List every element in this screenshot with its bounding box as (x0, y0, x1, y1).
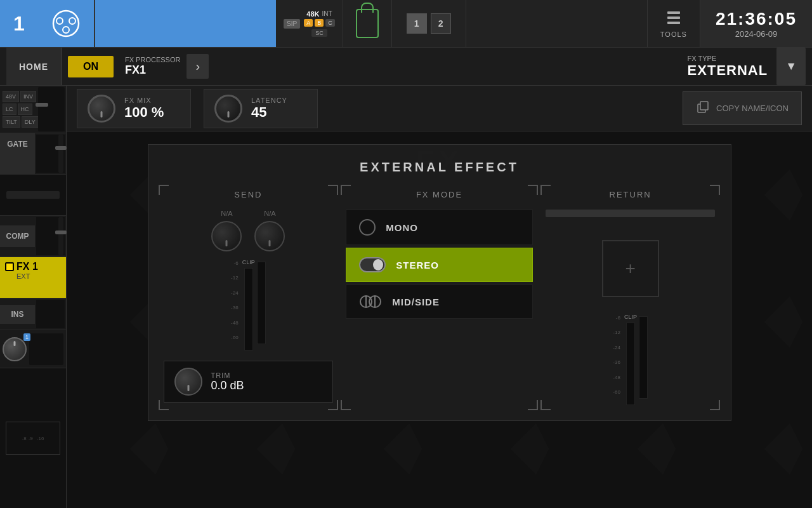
hc-button[interactable]: HC (18, 104, 32, 115)
mode-midside-option[interactable]: MID/SIDE (346, 284, 533, 319)
copy-name-label: COPY NAME/ICON (716, 104, 789, 113)
send-header: SEND (164, 190, 334, 199)
channel-number: 1 (0, 0, 38, 47)
return-header: RETURN (610, 190, 652, 199)
sip-int: INT (322, 10, 332, 18)
trim-knob[interactable] (174, 368, 202, 396)
external-effect-panel: EXTERNAL EFFECT SEND N/A (148, 144, 731, 421)
ins-section: INS (0, 298, 66, 330)
tilt-button[interactable]: TILT (3, 116, 20, 128)
send-knob-1[interactable] (211, 221, 242, 251)
tools-label: TOOLS (660, 30, 687, 38)
fx-mode-column: FX MODE MONO (346, 190, 533, 405)
main-content: FX MIX 100 % LATENCY 45 C (67, 86, 812, 508)
top-spacer (466, 0, 647, 47)
send-na2-label: N/A (264, 210, 275, 217)
ins-button[interactable]: INS (0, 305, 35, 324)
external-effect-title: EXTERNAL EFFECT (164, 160, 716, 175)
mode-mono-option[interactable]: MONO (346, 210, 533, 245)
clock-display: 21:36:05 (716, 9, 797, 29)
fx-mix-bar: FX MIX 100 % LATENCY 45 C (67, 86, 812, 131)
return-add-button[interactable]: + (602, 240, 659, 297)
bottom-fader: -8 -9 -16 (0, 368, 66, 508)
sip-letter-c: C (325, 19, 335, 27)
fx-mix-label: FX MIX (124, 97, 164, 104)
knob-section: 1 (0, 330, 66, 368)
sip-sc: SC (311, 29, 327, 37)
trim-block: TRIM 0.0 dB (164, 361, 334, 403)
tools-icon (665, 9, 683, 30)
comp-section: COMP (0, 216, 66, 257)
trim-label: TRIM (211, 371, 244, 379)
fx-mix-knob[interactable] (88, 95, 115, 123)
fx-type-name: EXTERNAL (688, 62, 768, 79)
return-column: RETURN + -6 -12 -24 (546, 190, 716, 405)
return-clip-label: CLIP (624, 314, 637, 320)
black-section (0, 175, 66, 216)
gate-button[interactable]: GATE (0, 133, 35, 174)
svg-rect-8 (700, 102, 708, 110)
latency-label: LATENCY (251, 97, 287, 104)
fx-processor-block: FX PROCESSOR FX1 (125, 56, 180, 77)
send-column: SEND N/A N/A (164, 190, 334, 405)
48v-button[interactable]: 48V (3, 91, 19, 102)
main-layout: 48V INV LC HC TILT DLY GATE (0, 86, 812, 508)
sip-freq: 48K (306, 10, 319, 18)
channel-icon-area (38, 0, 95, 47)
channel-name-area (95, 0, 276, 47)
pages-block: 1 2 (392, 0, 466, 47)
left-sidebar: 48V INV LC HC TILT DLY GATE (0, 86, 67, 508)
fx-mix-value: 100 % (124, 104, 164, 121)
svg-rect-5 (667, 17, 680, 19)
latency-block: LATENCY 45 (204, 89, 318, 128)
date-display: 2024-06-09 (735, 29, 778, 39)
send-clip-label: CLIP (242, 259, 255, 265)
page-2-button[interactable]: 2 (431, 13, 451, 34)
fx-processor-name: FX1 (125, 64, 180, 77)
dly-button[interactable]: DLY (22, 116, 39, 128)
stereo-toggle (359, 257, 386, 272)
fx-type-block: FX TYPE EXTERNAL (688, 55, 768, 79)
comp-button[interactable]: COMP (0, 225, 35, 247)
sip-rates: 48K INT A B C SC (304, 10, 335, 37)
stereo-label: STEREO (396, 260, 439, 271)
send-na1-block: N/A (211, 210, 242, 251)
channel-knob[interactable]: 1 (3, 337, 27, 361)
fx1-item[interactable]: FX 1 EXT (0, 257, 66, 298)
sidebar-filters-row: 48V INV LC HC TILT DLY (0, 86, 66, 133)
fx-processor-label: FX PROCESSOR (125, 56, 180, 64)
send-na-row: N/A N/A (164, 210, 334, 251)
second-bar: HOME ON FX PROCESSOR FX1 › FX TYPE EXTER… (0, 48, 812, 86)
sip-letter-b: B (315, 19, 324, 27)
latency-knob[interactable] (214, 95, 242, 123)
mono-radio (359, 219, 376, 236)
effect-columns: SEND N/A N/A (164, 190, 716, 405)
on-button[interactable]: ON (68, 56, 114, 77)
home-button[interactable]: HOME (6, 48, 62, 85)
fx-type-dropdown-button[interactable]: ▼ (776, 48, 806, 85)
mode-stereo-option[interactable]: STEREO (346, 248, 533, 282)
time-block: 21:36:05 2024-06-09 (700, 0, 812, 47)
lc-button[interactable]: LC (3, 104, 16, 115)
mode-options: MONO STEREO (346, 210, 533, 319)
svg-point-1 (56, 18, 63, 24)
fx-processor-arrow-button[interactable]: › (187, 54, 209, 79)
svg-point-3 (63, 27, 69, 33)
sip-letters: A B C (304, 19, 335, 27)
copy-name-icon-button[interactable]: COPY NAME/ICON (683, 91, 802, 125)
inv-button[interactable]: INV (20, 91, 36, 102)
lock-icon[interactable] (356, 9, 379, 38)
tools-button[interactable]: TOOLS (647, 0, 700, 47)
midside-icon (359, 294, 382, 309)
fx-mode-header: FX MODE (346, 190, 533, 199)
svg-rect-4 (667, 11, 680, 14)
page-1-button[interactable]: 1 (407, 13, 427, 34)
top-bar: 1 SIP 48K INT A B C SC 1 2 (0, 0, 812, 48)
plus-icon: + (625, 258, 635, 279)
sip-block: SIP 48K INT A B C SC (276, 0, 343, 47)
send-na2-block: N/A (254, 210, 285, 251)
copy-icon (696, 100, 710, 117)
send-knob-2[interactable] (254, 221, 285, 251)
trim-value: 0.0 dB (211, 379, 244, 392)
lock-block (343, 0, 392, 47)
